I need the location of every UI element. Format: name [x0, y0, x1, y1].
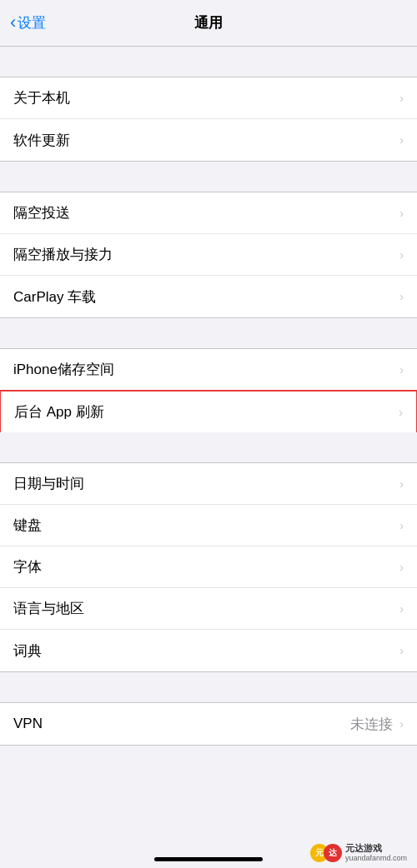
section-gap-3	[0, 318, 417, 348]
list-item[interactable]: CarPlay 车载 ›	[0, 276, 417, 317]
nav-bar: ‹ 设置 通用	[0, 0, 417, 47]
row-right: ›	[396, 561, 404, 574]
settings-group-3: iPhone储存空间 › 后台 App 刷新 ›	[0, 348, 417, 432]
list-item[interactable]: 字体 ›	[0, 546, 417, 588]
row-right: ›	[396, 92, 404, 105]
row-right: ›	[396, 290, 404, 303]
bottom-bar: 元 达 元达游戏 yuandafanmd.com	[0, 840, 417, 868]
chevron-right-icon: ›	[399, 248, 404, 262]
row-right: 未连接 ›	[350, 715, 404, 734]
chevron-right-icon: ›	[399, 561, 404, 574]
row-right: ›	[396, 519, 404, 532]
chevron-right-icon: ›	[399, 290, 404, 303]
list-item[interactable]: iPhone储存空间 ›	[0, 349, 417, 391]
vpn-row[interactable]: VPN 未连接 ›	[0, 703, 417, 745]
list-item[interactable]: 词典 ›	[0, 630, 417, 671]
background-refresh-row[interactable]: 后台 App 刷新 ›	[0, 390, 417, 432]
list-item[interactable]: 语言与地区 ›	[0, 588, 417, 630]
row-label: VPN	[13, 716, 43, 732]
chevron-right-icon: ›	[399, 92, 404, 105]
chevron-right-icon: ›	[399, 133, 404, 147]
section-gap-bottom	[0, 746, 417, 776]
section-gap-top	[0, 47, 417, 77]
row-right: ›	[396, 248, 404, 262]
row-label: 软件更新	[13, 131, 70, 150]
chevron-right-icon: ›	[399, 602, 404, 616]
list-item[interactable]: 隔空播放与接力 ›	[0, 234, 417, 276]
chevron-right-icon: ›	[399, 363, 404, 377]
watermark-logo: 元 达	[310, 844, 342, 862]
page-title: 通用	[194, 13, 223, 32]
chevron-right-icon: ›	[399, 519, 404, 532]
chevron-right-icon: ›	[399, 207, 404, 220]
row-right: ›	[396, 477, 404, 491]
row-label: 隔空投送	[13, 203, 70, 222]
row-label: 语言与地区	[13, 599, 84, 618]
list-item[interactable]: 隔空投送 ›	[0, 192, 417, 234]
section-gap-5	[0, 672, 417, 702]
list-item[interactable]: 软件更新 ›	[0, 119, 417, 161]
settings-group-5: VPN 未连接 ›	[0, 702, 417, 746]
content: 关于本机 › 软件更新 › 隔空投送 › 隔空播放与接力 ›	[0, 47, 417, 840]
row-label: 后台 App 刷新	[14, 402, 104, 422]
watermark-text: 元达游戏 yuandafanmd.com	[345, 843, 407, 863]
row-label: 词典	[13, 641, 42, 661]
section-gap-4	[0, 432, 417, 462]
list-item[interactable]: 关于本机 ›	[0, 77, 417, 119]
list-item[interactable]: 键盘 ›	[0, 505, 417, 546]
row-right: ›	[396, 644, 404, 657]
watermark: 元 达 元达游戏 yuandafanmd.com	[310, 843, 407, 863]
row-right: ›	[396, 602, 404, 616]
settings-group-2: 隔空投送 › 隔空播放与接力 › CarPlay 车载 ›	[0, 192, 417, 318]
list-item[interactable]: 日期与时间 ›	[0, 463, 417, 505]
row-right: ›	[395, 406, 403, 419]
section-gap-2	[0, 162, 417, 192]
chevron-right-icon: ›	[399, 477, 404, 491]
row-right: ›	[396, 133, 404, 147]
row-label: 关于本机	[13, 88, 70, 107]
settings-group-1: 关于本机 › 软件更新 ›	[0, 77, 417, 162]
chevron-right-icon: ›	[399, 644, 404, 657]
back-chevron-icon: ‹	[10, 13, 16, 32]
row-right: ›	[396, 207, 404, 220]
vpn-status: 未连接	[350, 715, 393, 734]
row-label: 隔空播放与接力	[13, 245, 113, 264]
home-indicator	[154, 857, 263, 861]
back-button[interactable]: ‹ 设置	[10, 13, 46, 32]
back-label: 设置	[18, 13, 46, 32]
row-right: ›	[396, 363, 404, 377]
chevron-right-icon: ›	[399, 406, 403, 419]
row-label: iPhone储存空间	[13, 360, 114, 379]
row-label: 日期与时间	[13, 474, 84, 493]
chevron-right-icon: ›	[399, 717, 404, 731]
row-label: 字体	[13, 557, 42, 576]
row-label: CarPlay 车载	[13, 287, 96, 307]
settings-group-4: 日期与时间 › 键盘 › 字体 › 语言与地区 › 词典 ›	[0, 462, 417, 672]
row-label: 键盘	[13, 516, 42, 535]
